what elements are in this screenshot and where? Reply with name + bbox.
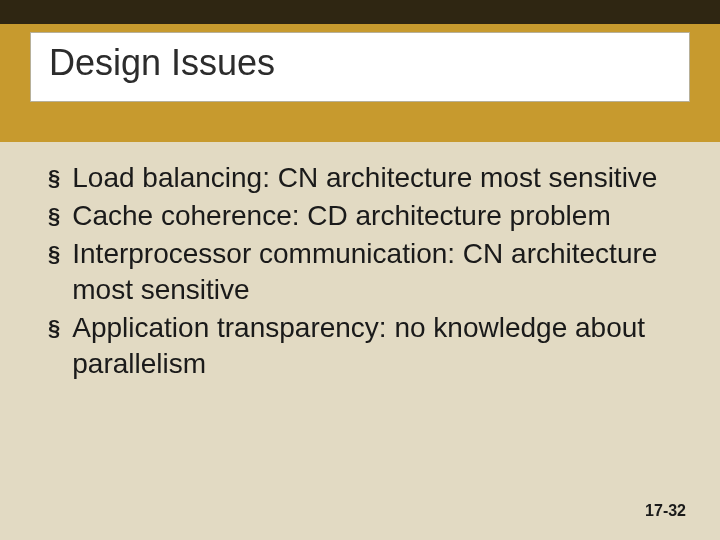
list-item: § Load balancing: CN architecture most s…	[48, 160, 672, 196]
list-item: § Cache coherence: CD architecture probl…	[48, 198, 672, 234]
bullet-icon: §	[48, 198, 60, 234]
bullet-text: Load balancing: CN architecture most sen…	[72, 160, 657, 196]
slide: Design Issues § Load balancing: CN archi…	[0, 0, 720, 540]
bullet-icon: §	[48, 160, 60, 196]
bullet-text: Cache coherence: CD architecture problem	[72, 198, 610, 234]
list-item: § Application transparency: no knowledge…	[48, 310, 672, 382]
title-box: Design Issues	[30, 32, 690, 102]
content-area: § Load balancing: CN architecture most s…	[48, 160, 672, 384]
list-item: § Interprocessor communication: CN archi…	[48, 236, 672, 308]
bullet-text: Interprocessor communication: CN archite…	[72, 236, 672, 308]
bullet-icon: §	[48, 236, 60, 272]
top-shadow-bar	[0, 0, 720, 24]
page-number: 17-32	[645, 502, 686, 520]
slide-title: Design Issues	[49, 43, 671, 83]
bullet-text: Application transparency: no knowledge a…	[72, 310, 672, 382]
bullet-icon: §	[48, 310, 60, 346]
